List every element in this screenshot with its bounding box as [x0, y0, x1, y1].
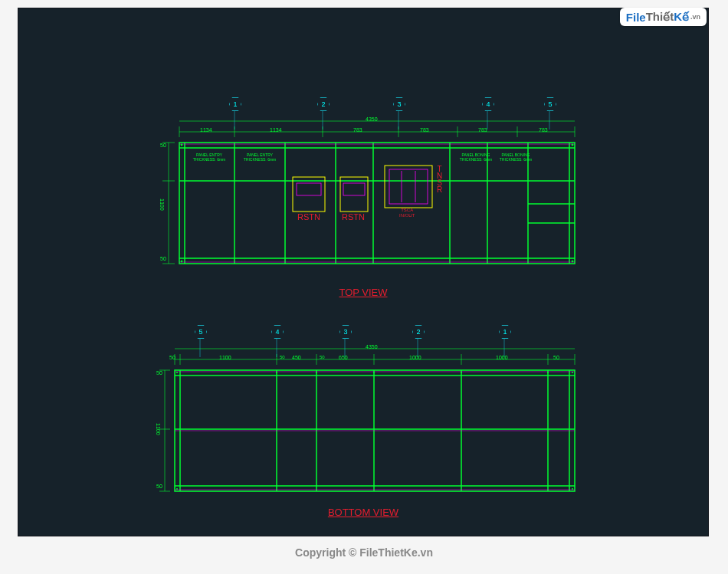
svg-rect-19 — [385, 166, 432, 208]
dim-text: 50 — [553, 355, 559, 360]
svg-point-62 — [572, 372, 573, 373]
cad-drawing — [18, 8, 708, 536]
svg-rect-18 — [340, 177, 368, 212]
svg-rect-22 — [389, 169, 428, 204]
dim-text: 1000 — [496, 355, 508, 360]
svg-rect-17 — [293, 177, 325, 212]
svg-point-26 — [572, 144, 573, 146]
dim-text: 50 — [320, 355, 325, 359]
dim-text: 1100 — [219, 355, 231, 360]
rstn-label: RSTN — [342, 212, 365, 221]
dim-text: 1134 — [270, 127, 282, 133]
dim-text: 4350 — [366, 116, 378, 122]
dim-text: 783 — [353, 127, 362, 133]
dim-text: 1000 — [409, 355, 421, 360]
panel-label: PANEL ENTRYTHICKNESS: 6mm — [241, 153, 279, 162]
rstn-label: RSTN — [297, 212, 320, 221]
tnsr-label: TNSR — [435, 165, 444, 192]
tsca-label: TSCAIN/OUT — [399, 208, 415, 218]
dim-text: 783 — [539, 127, 548, 133]
panel-label: PANEL BONINGTHICKNESS: 6mm — [497, 153, 535, 162]
top-view-title: TOP VIEW — [339, 287, 387, 298]
dim-text: 783 — [478, 127, 487, 133]
dim-text: 50 — [160, 143, 166, 148]
svg-point-63 — [176, 488, 178, 490]
dim-text: 50 — [156, 370, 162, 376]
dim-text: 783 — [420, 127, 429, 133]
svg-point-28 — [572, 261, 573, 262]
dim-text: 50 — [280, 355, 285, 359]
dim-text: 50 — [156, 484, 162, 489]
watermark-logo: File Thiết Kế .vn — [620, 8, 707, 26]
svg-point-65 — [276, 372, 277, 373]
dim-text: 1134 — [200, 127, 212, 133]
svg-rect-21 — [343, 183, 365, 195]
panel-label: PANEL BONINGTHICKNESS: 6mm — [457, 153, 495, 162]
svg-point-61 — [176, 372, 178, 373]
panel-label: PANEL ENTRYTHICKNESS: 6mm — [190, 153, 228, 162]
svg-point-64 — [572, 488, 573, 490]
dim-text: 450 — [292, 355, 301, 360]
svg-point-69 — [547, 372, 549, 373]
cad-canvas: 1 2 3 4 5 5 4 3 2 1 1134 1134 783 783 78… — [18, 8, 709, 536]
dim-text: 4350 — [366, 344, 378, 349]
svg-point-66 — [316, 372, 317, 373]
dim-text: 1100 — [159, 198, 165, 211]
dim-text: 650 — [339, 355, 348, 360]
svg-point-25 — [181, 144, 182, 146]
copyright-text: Copyright © FileThietKe.vn — [295, 546, 433, 559]
svg-point-67 — [373, 372, 375, 373]
bottom-view-title: BOTTOM VIEW — [328, 507, 398, 518]
svg-point-27 — [181, 261, 182, 262]
dim-text: 50 — [160, 256, 166, 261]
dim-text: 50 — [169, 355, 175, 360]
svg-rect-20 — [297, 183, 321, 195]
dim-text: 1100 — [156, 423, 161, 435]
svg-point-68 — [461, 372, 462, 373]
